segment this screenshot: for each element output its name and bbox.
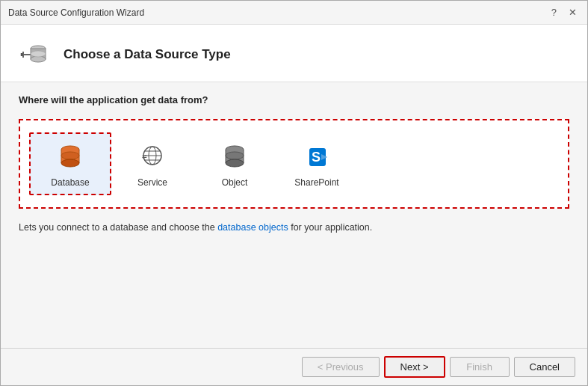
wizard-icon <box>16 37 52 73</box>
datasource-sharepoint-label: SharePoint <box>294 177 338 188</box>
header-title: Choose a Data Source Type <box>64 47 231 62</box>
object-icon <box>217 140 252 174</box>
datasource-selection-box: Database ⇌ Service <box>19 119 569 209</box>
finish-button[interactable]: Finish <box>450 357 510 377</box>
datasource-object-label: Object <box>222 177 248 188</box>
svg-point-12 <box>61 159 79 167</box>
question-label: Where will the application get data from… <box>19 94 569 105</box>
description-link: database objects <box>217 222 288 233</box>
next-button[interactable]: Next > <box>384 356 445 378</box>
header-section: Choose a Data Source Type <box>1 25 587 82</box>
svg-point-6 <box>31 51 46 57</box>
footer-section: < Previous Next > Finish Cancel <box>1 348 587 385</box>
dialog-window: Data Source Configuration Wizard ? ✕ Cho… <box>0 0 588 386</box>
help-button[interactable]: ? <box>548 7 560 18</box>
service-icon: ⇌ <box>135 140 170 174</box>
content-section: Where will the application get data from… <box>1 82 587 348</box>
svg-point-11 <box>61 152 79 159</box>
datasource-service-label: Service <box>137 177 167 188</box>
datasource-database-label: Database <box>51 177 89 188</box>
titlebar: Data Source Configuration Wizard ? ✕ <box>1 1 587 25</box>
titlebar-title: Data Source Configuration Wizard <box>8 7 144 18</box>
svg-text:S: S <box>312 150 321 165</box>
header-db-icon <box>17 38 50 71</box>
svg-text:⇌: ⇌ <box>142 153 147 160</box>
svg-point-24 <box>226 159 244 167</box>
datasource-item-object[interactable]: Object <box>194 132 276 195</box>
sharepoint-icon: S <box>300 140 334 174</box>
datasource-item-sharepoint[interactable]: S SharePoint <box>276 132 358 195</box>
datasource-item-service[interactable]: ⇌ Service <box>111 132 194 195</box>
titlebar-buttons: ? ✕ <box>548 7 580 18</box>
previous-button[interactable]: < Previous <box>302 357 380 377</box>
description-section: Lets you connect to a database and choos… <box>19 218 569 238</box>
datasource-item-database[interactable]: Database <box>29 132 111 195</box>
database-icon <box>53 140 87 174</box>
cancel-button[interactable]: Cancel <box>514 357 575 377</box>
svg-point-23 <box>226 152 244 159</box>
close-button[interactable]: ✕ <box>566 7 580 18</box>
